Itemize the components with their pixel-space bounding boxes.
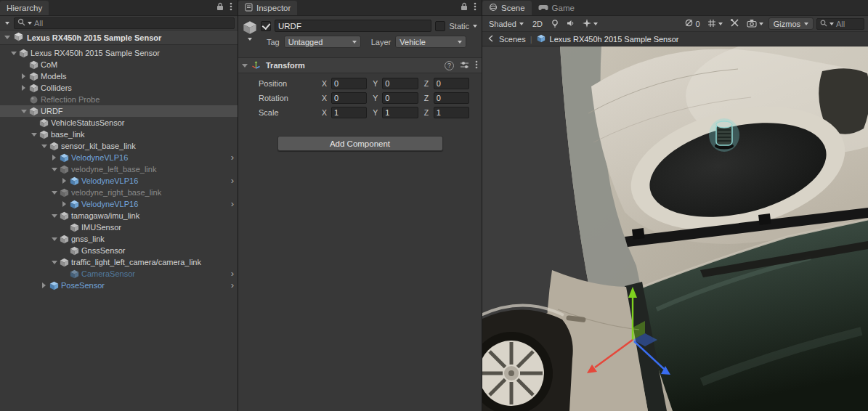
tab-inspector[interactable]: Inspector xyxy=(238,1,297,15)
scene-icon xyxy=(14,32,23,43)
foldout-open-arrow[interactable] xyxy=(19,105,28,117)
breadcrumb-root[interactable]: Scenes xyxy=(499,35,526,44)
foldout-closed-arrow[interactable] xyxy=(19,70,28,82)
hierarchy-item[interactable]: VelodyneVLP16› xyxy=(0,198,238,210)
hierarchy-item[interactable]: CoM xyxy=(0,59,238,70)
transform-component-header[interactable]: Transform ? xyxy=(238,57,482,73)
hierarchy-item[interactable]: IMUSensor xyxy=(0,221,238,233)
search-filter-caret[interactable] xyxy=(28,22,32,25)
lock-icon[interactable] xyxy=(216,2,224,12)
hierarchy-item[interactable]: gnss_link xyxy=(0,233,238,245)
hierarchy-item[interactable]: Colliders xyxy=(0,82,238,94)
presets-icon[interactable] xyxy=(460,61,469,70)
scale-z-input[interactable] xyxy=(434,107,469,118)
hierarchy-item[interactable]: GnssSensor xyxy=(0,245,238,256)
editor-tools-button[interactable] xyxy=(728,17,742,30)
scene-header-row[interactable]: Lexus RX450h 2015 Sample Sensor xyxy=(0,30,238,45)
scene-lighting-button[interactable] xyxy=(548,17,561,30)
prefab-open-chevron[interactable]: › xyxy=(231,280,234,291)
tag-dropdown[interactable]: Untagged xyxy=(284,36,361,48)
audio-icon xyxy=(567,19,575,29)
foldout-open-arrow[interactable] xyxy=(39,140,49,152)
transform-foldout-arrow[interactable] xyxy=(242,64,248,68)
foldout-open-arrow[interactable] xyxy=(49,210,59,221)
foldout-open-arrow[interactable] xyxy=(49,233,59,245)
hierarchy-item[interactable]: CameraSensor› xyxy=(0,268,238,280)
scene-effects-dropdown[interactable] xyxy=(580,17,600,30)
foldout-open-arrow[interactable] xyxy=(49,256,59,268)
menu-icon[interactable] xyxy=(475,60,478,70)
foldout-closed-arrow[interactable] xyxy=(39,280,49,291)
position-y-input[interactable] xyxy=(382,78,418,89)
scene-visibility-button[interactable]: 0 xyxy=(682,17,702,30)
prefab-open-chevron[interactable]: › xyxy=(231,175,234,187)
foldout-open-arrow[interactable] xyxy=(49,163,59,175)
position-x-input[interactable] xyxy=(331,78,367,89)
scene-camera-dropdown[interactable] xyxy=(745,17,766,30)
prefab-open-chevron[interactable]: › xyxy=(231,268,234,280)
hierarchy-item[interactable]: Models xyxy=(0,70,238,82)
gameobject-icon-button[interactable] xyxy=(241,20,259,48)
hierarchy-item-label: base_link xyxy=(51,130,84,139)
scene-viewport[interactable] xyxy=(482,46,867,411)
prefab-open-chevron[interactable]: › xyxy=(231,198,234,210)
hierarchy-item[interactable]: Reflection Probe xyxy=(0,94,238,105)
effects-icon xyxy=(583,19,591,29)
add-component-button[interactable]: Add Component xyxy=(277,136,443,151)
scene-search-input[interactable]: All xyxy=(816,18,864,30)
tab-scene[interactable]: Scene xyxy=(482,1,532,15)
hierarchy-item[interactable]: VehicleStatusSensor xyxy=(0,117,238,129)
back-icon[interactable] xyxy=(487,35,495,44)
lock-icon[interactable] xyxy=(461,2,468,12)
foldout-closed-arrow[interactable] xyxy=(19,82,28,94)
menu-icon[interactable] xyxy=(230,2,232,12)
gameobject-icon xyxy=(28,60,38,70)
hierarchy-item[interactable]: tamagawa/imu_link xyxy=(0,210,238,221)
hierarchy-item[interactable]: sensor_kit_base_link xyxy=(0,140,238,152)
shading-mode-dropdown[interactable]: Shaded xyxy=(486,17,527,30)
breadcrumb-object[interactable]: Lexus RX450h 2015 Sample Sensor xyxy=(550,35,679,44)
scene-3d-render[interactable] xyxy=(482,46,868,411)
foldout-open-arrow[interactable] xyxy=(9,47,18,59)
hierarchy-item[interactable]: Lexus RX450h 2015 Sample Sensor xyxy=(0,47,238,59)
object-name-input[interactable] xyxy=(275,20,431,32)
tab-hierarchy[interactable]: Hierarchy xyxy=(0,1,49,15)
hierarchy-item[interactable]: velodyne_right_base_link xyxy=(0,187,238,198)
icon-picker-caret[interactable] xyxy=(248,38,252,41)
hierarchy-item[interactable]: PoseSensor› xyxy=(0,280,238,291)
scene-grid-dropdown[interactable] xyxy=(705,17,725,30)
gizmos-dropdown[interactable]: Gizmos xyxy=(768,17,814,30)
foldout-closed-arrow[interactable] xyxy=(60,198,69,210)
rotation-z-input[interactable] xyxy=(434,92,469,104)
rotation-y-input[interactable] xyxy=(382,92,418,104)
menu-icon[interactable] xyxy=(474,2,476,12)
layer-dropdown[interactable]: Vehicle xyxy=(395,36,466,48)
hierarchy-item[interactable]: velodyne_left_base_link xyxy=(0,163,238,175)
rotation-x-input[interactable] xyxy=(331,92,367,104)
tab-game[interactable]: Game xyxy=(532,1,581,15)
scale-y-input[interactable] xyxy=(382,107,418,118)
active-checkbox[interactable] xyxy=(261,21,271,31)
scene-foldout-arrow[interactable] xyxy=(4,36,10,39)
foldout-closed-arrow[interactable] xyxy=(60,175,69,187)
hierarchy-item[interactable]: base_link xyxy=(0,129,238,140)
scale-x-input[interactable] xyxy=(331,107,367,118)
scene-audio-button[interactable] xyxy=(564,17,577,30)
hierarchy-item[interactable]: URDF xyxy=(0,105,238,117)
hierarchy-item[interactable]: VelodyneVLP16› xyxy=(0,175,238,187)
position-z-input[interactable] xyxy=(434,78,469,89)
search-options-button[interactable] xyxy=(3,22,12,25)
hierarchy-item[interactable]: VelodyneVLP16› xyxy=(0,152,238,163)
prefab-open-chevron[interactable]: › xyxy=(231,152,234,163)
static-checkbox[interactable] xyxy=(435,21,445,31)
2d-toggle-button[interactable]: 2D xyxy=(530,17,545,30)
scene-tabbar: Scene Game xyxy=(482,0,868,16)
static-flags-caret[interactable] xyxy=(473,25,477,28)
help-icon[interactable]: ? xyxy=(445,61,454,70)
hierarchy-item[interactable]: traffic_light_left_camera/camera_link xyxy=(0,256,238,268)
search-filter-caret[interactable] xyxy=(830,23,834,25)
foldout-closed-arrow[interactable] xyxy=(49,152,59,163)
foldout-open-arrow[interactable] xyxy=(29,129,38,140)
foldout-open-arrow[interactable] xyxy=(49,187,59,198)
hierarchy-search-input[interactable]: All xyxy=(14,17,235,29)
